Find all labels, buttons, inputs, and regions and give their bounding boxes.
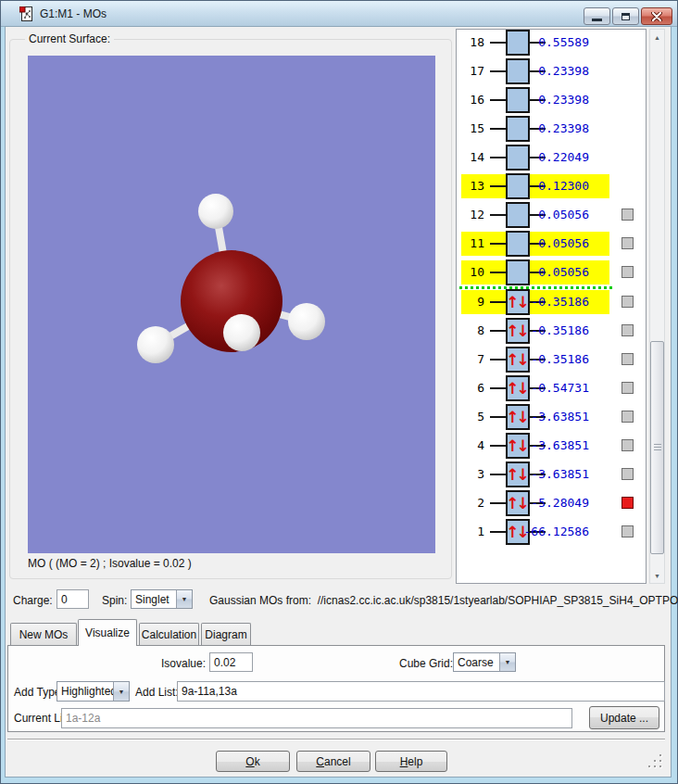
mo-row-12[interactable]: 120.05056 — [457, 203, 646, 227]
hydrogen-atom — [198, 194, 233, 229]
level-line — [490, 445, 506, 447]
cancel-button-label: C — [316, 755, 324, 768]
mo-row-14[interactable]: 140.22049 — [457, 145, 646, 170]
charge-input[interactable] — [56, 589, 89, 609]
scroll-up-button[interactable]: ▲ — [650, 30, 664, 44]
maximize-icon — [622, 13, 630, 20]
level-line — [490, 359, 506, 360]
sih4-molecule — [28, 56, 435, 553]
level-line — [490, 416, 506, 418]
cube-grid-dropdown[interactable]: Coarse ▼ — [453, 652, 516, 672]
level-line — [490, 387, 506, 389]
mo-checkbox[interactable] — [622, 439, 634, 451]
level-line — [490, 214, 506, 216]
homo-lumo-divider — [459, 286, 614, 289]
mo-row-10[interactable]: 100.05056 — [457, 260, 646, 285]
mo-row-13[interactable]: 130.12300 — [457, 174, 646, 198]
level-line — [490, 502, 506, 504]
mo-number: 16 — [460, 93, 484, 107]
chevron-down-icon: ▼ — [113, 682, 129, 701]
mo-checkbox[interactable] — [622, 353, 634, 365]
molecule-viewport[interactable] — [28, 56, 435, 553]
level-line — [490, 301, 506, 303]
mo-number: 17 — [460, 64, 484, 78]
mo-number: 5 — [460, 410, 484, 424]
level-line — [490, 42, 506, 44]
mo-checkbox[interactable] — [622, 266, 634, 278]
current-list-input[interactable] — [61, 708, 572, 728]
mo-checkbox[interactable] — [622, 468, 634, 480]
level-line — [490, 272, 506, 273]
mo-list[interactable]: 180.55589170.23398160.23398150.23398140.… — [456, 29, 647, 584]
close-icon — [651, 12, 662, 21]
mo-number: 6 — [460, 381, 484, 395]
mo-row-17[interactable]: 170.23398 — [457, 59, 646, 83]
mo-row-18[interactable]: 180.55589 — [457, 31, 646, 55]
charge-label: Charge: — [13, 594, 53, 607]
hydrogen-atom — [288, 303, 325, 340]
energy-value: 0.22049 — [519, 150, 589, 164]
scroll-down-button[interactable]: ▼ — [650, 568, 664, 583]
update-button[interactable]: Update ... — [589, 706, 659, 729]
add-list-input[interactable] — [177, 681, 665, 702]
maximize-button[interactable] — [612, 7, 639, 25]
level-line — [490, 157, 506, 158]
isovalue-input[interactable] — [209, 652, 253, 672]
mo-row-15[interactable]: 150.23398 — [457, 117, 646, 141]
mo-number: 10 — [460, 265, 484, 279]
mo-number: 18 — [460, 35, 484, 49]
visualize-tab-panel: Isovalue: Cube Grid: Coarse ▼ Add Type: … — [7, 645, 665, 732]
tab-calculation[interactable]: Calculation — [139, 623, 199, 645]
mo-checkbox[interactable] — [622, 324, 634, 336]
mo-checkbox[interactable] — [622, 497, 634, 509]
mo-row-16[interactable]: 160.23398 — [457, 88, 646, 112]
energy-value: 0.05056 — [519, 265, 589, 279]
energy-value: -66.12586 — [519, 525, 589, 538]
resize-grip[interactable] — [648, 754, 665, 771]
minimize-button[interactable] — [584, 7, 610, 25]
tab-visualize[interactable]: Visualize — [78, 619, 137, 646]
mo-number: 14 — [460, 150, 484, 164]
mo-row-3[interactable]: 3↑↓-3.63851 — [457, 462, 646, 487]
mo-checkbox[interactable] — [622, 209, 634, 221]
scrollbar-grip-icon — [654, 444, 661, 451]
mo-row-7[interactable]: 7↑↓-0.35186 — [457, 348, 646, 372]
help-button-label: H — [400, 755, 408, 768]
energy-value: 0.12300 — [519, 179, 589, 193]
level-line — [490, 330, 506, 332]
help-button[interactable]: Help — [375, 751, 447, 772]
mo-checkbox[interactable] — [622, 525, 634, 537]
close-button[interactable] — [641, 7, 672, 25]
mo-number: 3 — [460, 467, 484, 481]
ok-button[interactable]: Ok — [216, 751, 290, 772]
level-line — [490, 128, 506, 130]
mo-checkbox[interactable] — [622, 382, 634, 394]
mo-checkbox[interactable] — [622, 296, 634, 308]
mo-number: 7 — [460, 352, 484, 366]
mo-row-2[interactable]: 2↑↓-5.28049 — [457, 491, 646, 515]
mo-row-9[interactable]: 9↑↓-0.35186 — [457, 290, 646, 314]
titlebar[interactable]: G1:M1 - MOs — [1, 1, 677, 27]
mo-row-11[interactable]: 110.05056 — [457, 232, 646, 256]
cancel-button[interactable]: Cancel — [296, 751, 370, 772]
tab-diagram[interactable]: Diagram — [201, 623, 251, 645]
hydrogen-atom — [137, 326, 174, 363]
spin-dropdown[interactable]: Singlet ▼ — [131, 589, 193, 609]
level-line — [490, 99, 506, 101]
scrollbar-thumb[interactable] — [650, 341, 664, 554]
energy-value: -0.35186 — [519, 295, 589, 309]
tab-new-mos[interactable]: New MOs — [10, 623, 77, 645]
mo-list-scrollbar[interactable]: ▲ ▼ — [649, 29, 665, 584]
mo-checkbox[interactable] — [622, 411, 634, 423]
level-line — [490, 474, 506, 475]
mo-row-8[interactable]: 8↑↓-0.35186 — [457, 319, 646, 343]
add-type-dropdown[interactable]: Highlighted ▼ — [56, 681, 130, 702]
mo-row-6[interactable]: 6↑↓-0.54731 — [457, 376, 646, 400]
mo-checkbox[interactable] — [622, 237, 634, 249]
mo-row-1[interactable]: 1↑↓-66.12586 — [457, 520, 646, 544]
chevron-down-icon: ▼ — [176, 590, 192, 608]
mo-row-5[interactable]: 5↑↓-3.63851 — [457, 405, 646, 429]
mo-number: 11 — [460, 236, 484, 250]
mo-number: 15 — [460, 121, 484, 135]
mo-row-4[interactable]: 4↑↓-3.63851 — [457, 434, 646, 458]
